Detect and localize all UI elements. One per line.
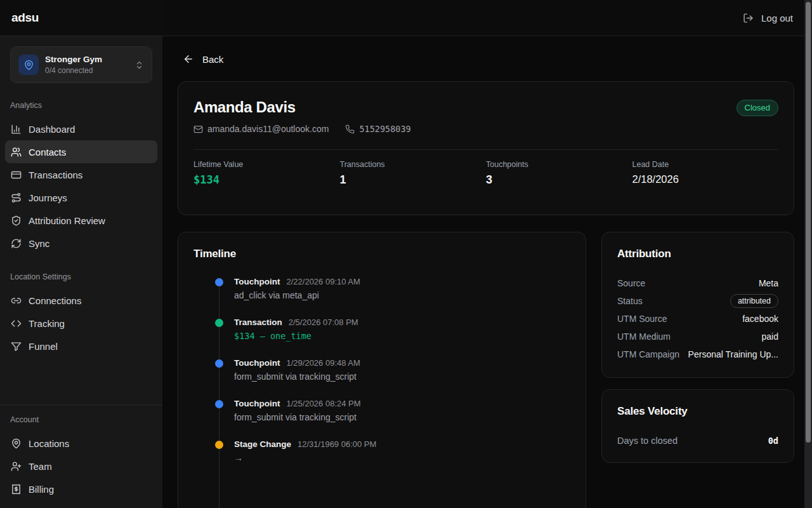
logout-button[interactable]: Log out	[743, 13, 793, 23]
credit-card-icon	[11, 170, 22, 180]
timeline-event: Touchpoint 1/25/2026 08:24 PM form_submi…	[193, 399, 570, 439]
timeline-event: Touchpoint 2/22/2026 09:10 AM ad_click v…	[193, 277, 570, 318]
attribution-rows: Source Meta Status attributed UTM Source…	[617, 274, 778, 363]
sidebar-item-transactions[interactable]: Transactions	[5, 163, 157, 186]
event-description: ad_click via meta_api	[234, 290, 570, 300]
stat-label: Lead Date	[632, 160, 779, 169]
sidebar-item-label: Connections	[29, 295, 81, 306]
sv-label: Days to closed	[617, 436, 678, 446]
stat-label: Touchpoints	[486, 160, 632, 169]
sidebar-item-contacts[interactable]: Contacts	[5, 140, 157, 163]
workspace-selector[interactable]: Stronger Gym 0/4 connected	[10, 46, 152, 83]
attr-label: UTM Medium	[617, 331, 671, 342]
event-time: 1/29/2026 09:48 AM	[286, 358, 360, 368]
sidebar-item-journeys[interactable]: Journeys	[5, 186, 157, 209]
sidebar-item-team[interactable]: Team	[5, 455, 157, 478]
sidebar-item-label: Billing	[29, 484, 54, 495]
sidebar-item-billing[interactable]: Billing	[5, 478, 157, 500]
event-type: Touchpoint	[234, 399, 280, 408]
sidebar-item-tracking[interactable]: Tracking	[5, 312, 157, 335]
attr-label: Source	[617, 278, 645, 288]
nav-section-analytics: Analytics Dashboard Contacts Transaction…	[0, 83, 162, 255]
event-dot	[215, 278, 223, 286]
sidebar-item-dashboard[interactable]: Dashboard	[5, 117, 157, 140]
logout-label: Log out	[761, 13, 793, 23]
arrow-left-icon	[183, 53, 194, 65]
contact-meta: amanda.davis11@outlook.com 5152958039	[193, 124, 778, 134]
back-label: Back	[202, 54, 223, 65]
chevrons-up-down-icon	[134, 60, 144, 70]
attr-label: Status	[617, 296, 643, 306]
sidebar-item-label: Contacts	[29, 147, 66, 157]
event-title: Touchpoint 1/29/2026 09:48 AM	[234, 358, 570, 368]
timeline-title: Timeline	[193, 248, 570, 260]
sidebar-item-locations[interactable]: Locations	[5, 432, 157, 455]
contact-phone: 5152958039	[345, 124, 410, 134]
users-icon	[11, 147, 22, 157]
attr-value: Personal Training Up...	[688, 349, 778, 359]
sales-velocity-title: Sales Velocity	[617, 405, 778, 418]
sidebar-item-label: Journeys	[29, 192, 67, 203]
contact-email-text: amanda.davis11@outlook.com	[207, 124, 329, 134]
event-type: Touchpoint	[234, 358, 280, 368]
event-dot	[215, 359, 223, 368]
location-pin-icon	[18, 55, 39, 75]
page-content: Back Amanda Davis Closed amanda.davis11@…	[162, 36, 812, 508]
contact-card: Amanda Davis Closed amanda.davis11@outlo…	[178, 81, 794, 215]
route-icon	[11, 192, 22, 203]
stat-touchpoints: Touchpoints 3	[486, 160, 632, 187]
logout-icon	[743, 13, 754, 23]
event-type: Stage Change	[234, 439, 291, 449]
event-description: $134 — one_time	[234, 331, 570, 341]
section-label-account: Account	[0, 415, 162, 424]
event-time: 2/5/2026 07:08 PM	[289, 318, 358, 327]
sidebar-body: Stronger Gym 0/4 connected Analytics Das…	[0, 36, 162, 508]
timeline-event: Touchpoint 1/29/2026 09:48 AM form_submi…	[193, 358, 570, 399]
scrollbar[interactable]	[804, 0, 812, 508]
stat-label: Transactions	[340, 160, 487, 169]
sidebar-item-label: Team	[29, 461, 52, 472]
topbar: Log out	[162, 0, 812, 36]
stat-transactions: Transactions 1	[340, 160, 487, 187]
code-icon	[11, 318, 22, 329]
mail-icon	[193, 124, 203, 134]
attribution-row-source: Source Meta	[617, 274, 778, 292]
stat-value: 2/18/2026	[632, 173, 779, 185]
event-dot	[215, 319, 223, 327]
attributed-badge: attributed	[730, 294, 778, 308]
stat-value: 1	[340, 173, 487, 187]
attr-label: UTM Source	[617, 314, 667, 324]
link-icon	[11, 295, 22, 306]
event-title: Touchpoint 1/25/2026 08:24 PM	[234, 399, 570, 408]
workspace-name: Stronger Gym	[45, 54, 128, 65]
attr-value: Meta	[759, 278, 778, 288]
back-button[interactable]: Back	[183, 53, 223, 65]
sidebar-spacer	[0, 358, 162, 396]
attribution-row-status: Status attributed	[617, 292, 778, 310]
sidebar-item-label: Transactions	[29, 170, 82, 180]
main-area: Log out Back Amanda Davis Closed amanda.…	[162, 0, 812, 508]
app-logo: adsu	[11, 11, 39, 25]
event-type: Touchpoint	[234, 277, 280, 286]
timeline-event: Transaction 2/5/2026 07:08 PM $134 — one…	[193, 318, 570, 358]
sidebar-item-funnel[interactable]: Funnel	[5, 335, 157, 358]
event-dot	[215, 441, 223, 449]
scrollbar-thumb[interactable]	[806, 2, 811, 443]
sales-velocity-card: Sales Velocity Days to closed 0d	[601, 389, 794, 463]
phone-icon	[345, 124, 355, 134]
sidebar-item-sync[interactable]: Sync	[5, 232, 157, 255]
timeline-card: Timeline Touchpoint 2/22/2026 09:10 AM a…	[178, 232, 586, 508]
receipt-icon	[11, 484, 22, 495]
sidebar-item-label: Dashboard	[29, 124, 75, 135]
attribution-row-utm-medium: UTM Medium paid	[617, 328, 778, 345]
status-badge: Closed	[737, 100, 778, 116]
attribution-card: Attribution Source Meta Status attribute…	[601, 232, 794, 378]
app-root: adsu Stronger Gym 0/4 connected Analytic…	[0, 0, 812, 508]
timeline-event: Stage Change 12/31/1969 06:00 PM →	[193, 439, 570, 480]
funnel-icon	[11, 341, 22, 352]
attr-value: facebook	[742, 314, 778, 324]
event-time: 12/31/1969 06:00 PM	[298, 439, 376, 449]
sidebar-item-label: Tracking	[29, 318, 65, 329]
sidebar-item-attribution-review[interactable]: Attribution Review	[5, 209, 157, 232]
sidebar-item-connections[interactable]: Connections	[5, 289, 157, 312]
